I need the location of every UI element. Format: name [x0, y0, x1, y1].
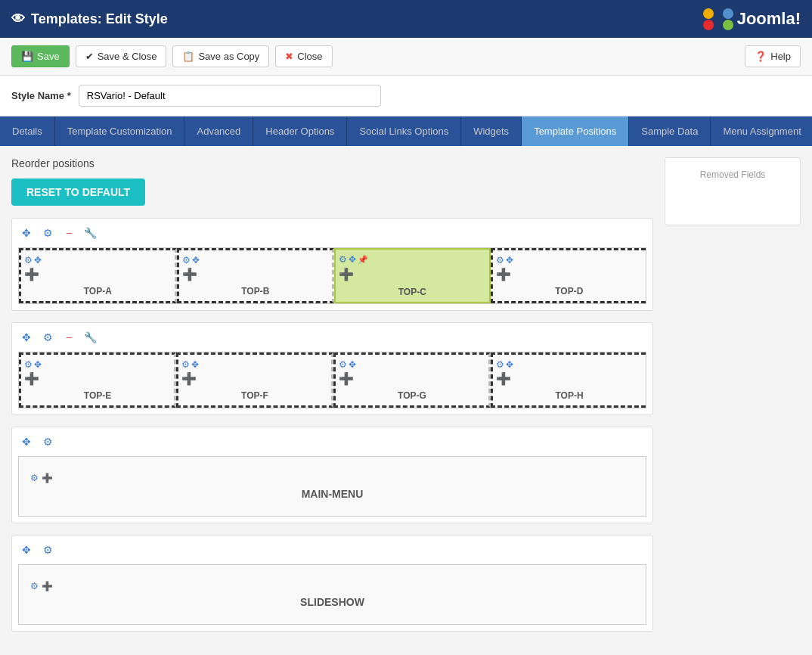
pos-pin-icon-top-c[interactable]: 📌 — [358, 255, 368, 265]
pos-label-top-b: TOP-B — [241, 286, 269, 296]
pos-move-icon-top-h[interactable]: ✥ — [506, 359, 513, 370]
row-controls: ✥⚙−🔧 — [18, 329, 646, 346]
pos-label-slideshow: SLIDESHOW — [300, 596, 364, 608]
pos-block-slideshow: ⚙➕SLIDESHOW — [18, 564, 646, 625]
row-controls: ✥⚙ — [18, 433, 646, 450]
removed-fields-label: Removed Fields — [700, 169, 766, 180]
settings-icon[interactable]: ⚙ — [39, 329, 56, 346]
pos-block-top-g: ⚙✥➕TOP-G — [333, 352, 491, 408]
pos-block-top-b: ⚙✥➕TOP-B — [177, 248, 335, 303]
tab-template-customization[interactable]: Template Customization — [55, 116, 185, 146]
pos-plus-icon-top-d[interactable]: ➕ — [496, 267, 511, 281]
help-icon: ❓ — [755, 51, 767, 62]
block-settings-icon[interactable]: ⚙ — [30, 581, 39, 591]
pos-label-top-h: TOP-H — [555, 390, 583, 401]
save-button[interactable]: 💾 Save — [11, 45, 70, 67]
save-copy-button[interactable]: 📋 Save as Copy — [172, 45, 269, 67]
position-row-row1: ✥⚙−🔧⚙✥➕TOP-A⚙✥➕TOP-B⚙✥📌➕TOP-C⚙✥➕TOP-D — [11, 218, 653, 311]
row-controls: ✥⚙−🔧 — [18, 225, 646, 241]
pos-move-icon-top-e[interactable]: ✥ — [34, 359, 42, 370]
minus-icon[interactable]: − — [60, 225, 77, 241]
wrench-icon[interactable]: 🔧 — [82, 329, 98, 346]
checkmark-icon: ✔ — [85, 51, 94, 62]
positions-grid-row1: ⚙✥➕TOP-A⚙✥➕TOP-B⚙✥📌➕TOP-C⚙✥➕TOP-D — [18, 247, 646, 304]
pos-plus-icon-top-c[interactable]: ➕ — [339, 267, 354, 281]
close-button[interactable]: ✖ Close — [275, 45, 332, 67]
move-icon[interactable]: ✥ — [18, 329, 35, 346]
pos-plus-icon-top-g[interactable]: ➕ — [339, 371, 354, 386]
wrench-icon[interactable]: 🔧 — [82, 225, 98, 241]
pos-block-top-d: ⚙✥➕TOP-D — [491, 248, 646, 303]
pos-move-icon-top-a[interactable]: ✥ — [34, 255, 42, 265]
position-row-row4: ✥⚙⚙➕SLIDESHOW — [11, 535, 653, 632]
positions-grid-row2: ⚙✥➕TOP-E⚙✥➕TOP-F⚙✥➕TOP-G⚙✥➕TOP-H — [18, 352, 646, 408]
left-panel: Reorder positions RESET TO DEFAULT ✥⚙−🔧⚙… — [11, 157, 653, 643]
pos-move-icon-top-b[interactable]: ✥ — [192, 255, 200, 265]
svg-point-3 — [723, 20, 733, 30]
pos-label-top-c: TOP-C — [398, 287, 426, 297]
settings-icon[interactable]: ⚙ — [39, 433, 56, 450]
pos-block-top-a: ⚙✥➕TOP-A — [19, 248, 177, 303]
move-icon[interactable]: ✥ — [18, 225, 35, 241]
tabs-bar: DetailsTemplate CustomizationAdvancedHea… — [0, 116, 812, 146]
svg-point-0 — [703, 8, 714, 19]
style-name-input[interactable] — [79, 85, 381, 107]
block-plus-icon[interactable]: ➕ — [42, 473, 53, 483]
save-close-button[interactable]: ✔ Save & Close — [76, 45, 167, 67]
joomla-logo: Joomla! — [699, 6, 801, 33]
move-icon[interactable]: ✥ — [18, 433, 35, 450]
pos-plus-icon-top-f[interactable]: ➕ — [181, 371, 197, 386]
help-button[interactable]: ❓ Help — [745, 45, 801, 67]
style-name-label: Style Name * — [11, 90, 71, 101]
tab-header-options[interactable]: Header Options — [253, 116, 347, 146]
removed-fields-box: Removed Fields — [665, 157, 801, 225]
section-title: Reorder positions — [11, 157, 653, 169]
pos-block-top-h: ⚙✥➕TOP-H — [491, 352, 646, 408]
pos-plus-icon-top-a[interactable]: ➕ — [24, 267, 39, 281]
pos-settings-icon-top-h[interactable]: ⚙ — [496, 359, 504, 370]
toolbar: 💾 Save ✔ Save & Close 📋 Save as Copy ✖ C… — [0, 38, 812, 76]
move-icon[interactable]: ✥ — [18, 542, 35, 558]
minus-icon[interactable]: − — [60, 329, 77, 346]
tab-widgets[interactable]: Widgets — [461, 116, 522, 146]
pos-settings-icon-top-f[interactable]: ⚙ — [181, 359, 190, 370]
pos-plus-icon-top-h[interactable]: ➕ — [496, 371, 511, 386]
settings-icon[interactable]: ⚙ — [39, 225, 56, 241]
tab-menu-assignment[interactable]: Menu Assignment — [711, 116, 812, 146]
joomla-text: Joomla! — [737, 9, 801, 29]
save-icon: 💾 — [21, 51, 33, 62]
tab-sample-data[interactable]: Sample Data — [629, 116, 711, 146]
top-bar: 👁 Templates: Edit Style Joomla! — [0, 0, 812, 38]
svg-point-1 — [723, 8, 733, 19]
pos-move-icon-top-c[interactable]: ✥ — [349, 254, 356, 265]
pos-settings-icon-top-d[interactable]: ⚙ — [496, 255, 504, 265]
pos-block-main-menu: ⚙➕MAIN-MENU — [18, 456, 646, 517]
pos-label-top-f: TOP-F — [241, 390, 268, 401]
tab-template-positions[interactable]: Template Positions — [522, 116, 629, 146]
tab-social-links-options[interactable]: Social Links Options — [347, 116, 461, 146]
settings-icon[interactable]: ⚙ — [39, 542, 56, 558]
pos-settings-icon-top-g[interactable]: ⚙ — [339, 359, 347, 370]
tab-details[interactable]: Details — [0, 116, 55, 146]
block-settings-icon[interactable]: ⚙ — [30, 473, 39, 483]
pos-move-icon-top-d[interactable]: ✥ — [506, 255, 513, 265]
pos-plus-icon-top-e[interactable]: ➕ — [24, 371, 39, 386]
block-plus-icon[interactable]: ➕ — [42, 581, 53, 591]
pos-move-icon-top-f[interactable]: ✥ — [191, 359, 199, 370]
pos-settings-icon-top-e[interactable]: ⚙ — [24, 359, 33, 370]
pos-settings-icon-top-b[interactable]: ⚙ — [182, 255, 191, 265]
pos-settings-icon-top-a[interactable]: ⚙ — [24, 255, 33, 265]
page-title-text: Templates: Edit Style — [31, 11, 168, 27]
style-name-row: Style Name * — [0, 76, 812, 116]
pos-label-top-e: TOP-E — [84, 390, 111, 401]
pos-block-top-c: ⚙✥📌➕TOP-C — [334, 248, 491, 303]
page-title: 👁 Templates: Edit Style — [11, 11, 168, 27]
reset-default-button[interactable]: RESET TO DEFAULT — [11, 178, 145, 206]
pos-label-top-a: TOP-A — [84, 286, 112, 296]
pos-settings-icon-top-c[interactable]: ⚙ — [339, 254, 347, 265]
pos-block-top-f: ⚙✥➕TOP-F — [176, 352, 333, 408]
pos-move-icon-top-g[interactable]: ✥ — [349, 359, 356, 370]
tab-advanced[interactable]: Advanced — [184, 116, 253, 146]
pos-plus-icon-top-b[interactable]: ➕ — [182, 267, 197, 281]
position-row-row2: ✥⚙−🔧⚙✥➕TOP-E⚙✥➕TOP-F⚙✥➕TOP-G⚙✥➕TOP-H — [11, 322, 653, 415]
